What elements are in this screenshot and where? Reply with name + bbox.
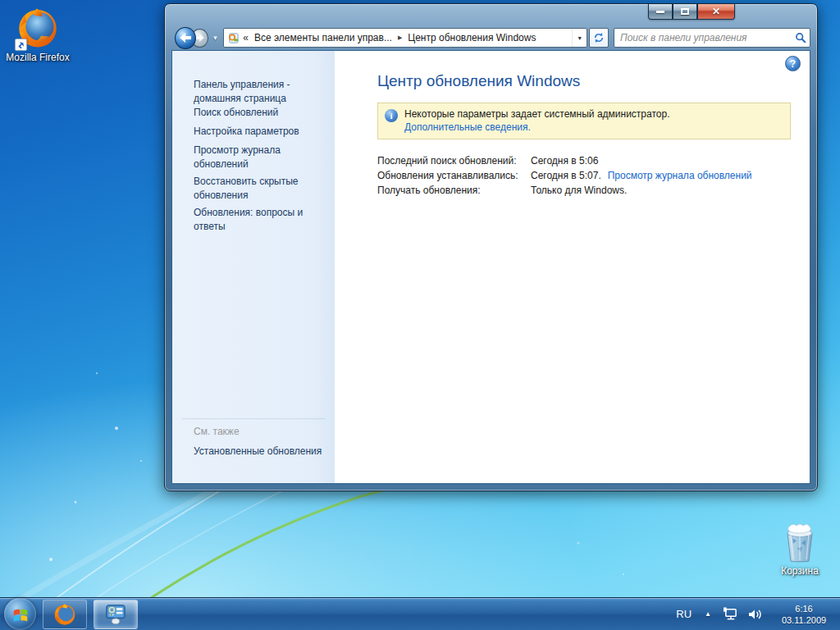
page-title: Центр обновления Windows (377, 72, 810, 90)
arrow-left-icon (180, 33, 191, 43)
windows-logo-icon (11, 605, 30, 623)
info-icon: i (385, 109, 398, 122)
sidebar-item-updates-faq[interactable]: Обновления: вопросы и ответы (194, 206, 323, 234)
breadcrumb-item-windows-update[interactable]: Центр обновления Windows (404, 32, 540, 43)
row-value: Сегодня в 5:06 (531, 153, 598, 168)
sidebar-item-change-settings[interactable]: Настройка параметров (194, 125, 323, 139)
clock-time: 6:16 (773, 603, 835, 614)
minimize-button[interactable] (648, 4, 673, 20)
close-button[interactable]: ✕ (697, 4, 735, 20)
taskbar-button-firefox[interactable] (43, 600, 87, 629)
admin-notice-banner: i Некоторые параметры задает системный а… (377, 103, 791, 139)
row-value: Сегодня в 5:07. (531, 168, 601, 183)
address-dropdown-icon[interactable]: ▼ (572, 29, 587, 47)
breadcrumb-separator-icon[interactable]: ▶ (396, 34, 404, 41)
row-label: Последний поиск обновлений: (377, 153, 531, 168)
see-also-header: См. также (194, 426, 240, 437)
clock-date: 03.11.2009 (773, 614, 835, 626)
network-icon[interactable] (723, 607, 738, 621)
window-client-area: Панель управления - домашняя страница По… (171, 50, 810, 484)
taskbar: RU ▲ 6:16 03.11.200 (0, 597, 840, 630)
main-content: ? Центр обновления Windows i Некоторые п… (335, 51, 810, 483)
breadcrumb-item-all-items[interactable]: Все элементы панели управ... (250, 32, 396, 43)
row-updates-installed: Обновления устанавливались: Сегодня в 5:… (377, 168, 810, 183)
maximize-icon (681, 8, 689, 15)
firefox-taskbar-icon (53, 603, 76, 626)
clock[interactable]: 6:16 03.11.2009 (773, 603, 835, 626)
more-info-link[interactable]: Дополнительные сведения. (404, 121, 669, 134)
update-status-rows: Последний поиск обновлений: Сегодня в 5:… (377, 153, 810, 198)
sidebar-item-control-panel-home[interactable]: Панель управления - домашняя страница (194, 78, 323, 106)
window-caption-buttons: ✕ (648, 4, 735, 20)
recycle-bin-icon (781, 522, 819, 563)
admin-notice-text: Некоторые параметры задает системный адм… (404, 107, 669, 121)
desktop-icon-label: Mozilla Firefox (3, 52, 72, 64)
desktop-icon-recycle-bin[interactable]: Корзина (768, 522, 832, 578)
sidebar-item-check-updates[interactable]: Поиск обновлений (194, 106, 323, 120)
address-bar[interactable]: « Все элементы панели управ... ▶ Центр о… (223, 28, 587, 48)
row-value: Только для Windows. (531, 183, 627, 198)
desktop: Mozilla Firefox Корзина (0, 0, 840, 630)
sidebar-divider (182, 418, 325, 419)
language-indicator[interactable]: RU (676, 608, 692, 620)
search-icon[interactable] (795, 32, 806, 43)
system-tray: RU ▲ 6:16 03.11.200 (676, 603, 840, 626)
volume-icon[interactable] (748, 608, 763, 621)
control-panel-window: ✕ ▼ « Все элементы панели управ... ▶ Цен… (164, 3, 818, 491)
search-field-container (614, 28, 810, 48)
sidebar-item-update-history[interactable]: Просмотр журнала обновлений (194, 144, 323, 171)
desktop-icon-label: Корзина (768, 565, 832, 578)
sidebar-item-installed-updates[interactable]: Установленные обновления (194, 445, 322, 457)
maximize-button[interactable] (673, 4, 697, 20)
row-label: Получать обновления: (377, 183, 531, 198)
row-label: Обновления устанавливались: (377, 168, 531, 183)
control-panel-icon (227, 32, 240, 44)
search-input[interactable] (620, 32, 795, 43)
back-button[interactable] (175, 27, 196, 49)
question-mark-icon: ? (790, 58, 796, 70)
show-hidden-icons-button[interactable]: ▲ (705, 610, 711, 618)
close-icon: ✕ (712, 7, 720, 16)
refresh-icon (593, 32, 605, 43)
recent-pages-dropdown[interactable]: ▼ (212, 34, 218, 42)
row-last-check: Последний поиск обновлений: Сегодня в 5:… (377, 153, 810, 168)
desktop-icon-firefox[interactable]: Mozilla Firefox (3, 7, 72, 64)
control-panel-taskbar-icon (105, 604, 126, 625)
taskbar-button-control-panel[interactable] (94, 600, 138, 629)
task-sidebar: Панель управления - домашняя страница По… (172, 51, 335, 483)
minimize-icon (656, 11, 664, 13)
shortcut-arrow-icon (15, 39, 27, 51)
start-button[interactable] (4, 598, 36, 630)
refresh-button[interactable] (589, 28, 609, 48)
row-receive-updates: Получать обновления: Только для Windows. (377, 183, 810, 198)
view-update-history-link[interactable]: Просмотр журнала обновлений (608, 168, 752, 183)
arrow-right-icon (194, 34, 204, 42)
breadcrumb-overflow-chevron[interactable]: « (240, 32, 250, 43)
help-button[interactable]: ? (785, 56, 801, 71)
sidebar-item-restore-hidden-updates[interactable]: Восстановить скрытые обновления (194, 175, 323, 203)
navigation-bar: ▼ « Все элементы панели управ... ▶ Центр… (171, 25, 810, 50)
